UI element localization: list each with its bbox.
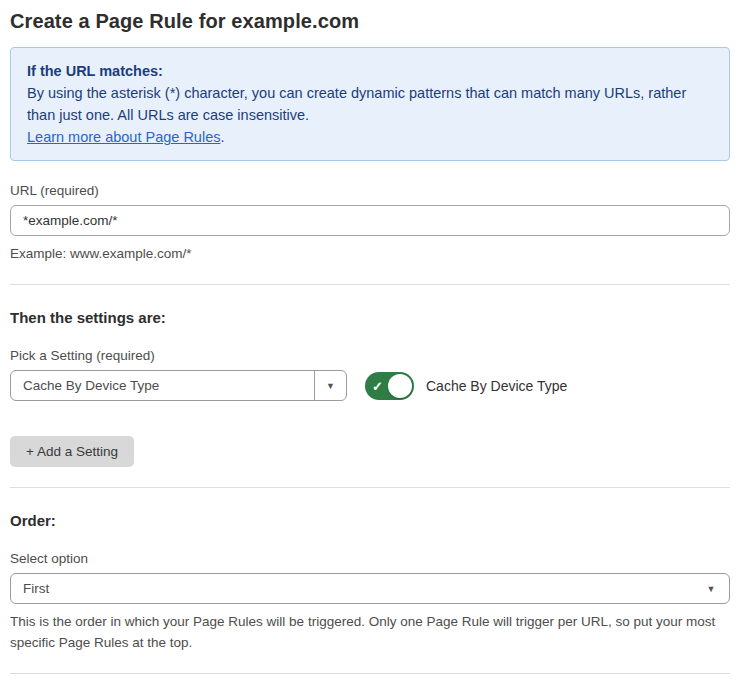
select-option-label: Select option [10,551,730,566]
url-match-info-box: If the URL matches: By using the asteris… [10,47,730,161]
pick-setting-label: Pick a Setting (required) [10,348,730,363]
setting-row: Cache By Device Type ▼ ✓ Cache By Device… [10,370,730,401]
setting-select[interactable]: Cache By Device Type ▼ [10,370,347,401]
order-helper-text: This is the order in which your Page Rul… [10,611,730,653]
toggle-knob [388,374,412,398]
settings-section-heading: Then the settings are: [10,309,730,326]
learn-more-link[interactable]: Learn more about Page Rules [27,129,220,145]
add-setting-button[interactable]: + Add a Setting [10,436,134,467]
info-box-body: By using the asterisk (*) character, you… [27,82,713,126]
toggle-label: Cache By Device Type [426,378,567,394]
divider [10,673,730,674]
page-title: Create a Page Rule for example.com [10,10,730,33]
info-box-link-line: Learn more about Page Rules. [27,126,713,148]
url-example-helper: Example: www.example.com/* [10,243,730,264]
url-input[interactable] [10,205,730,236]
divider [10,284,730,285]
setting-select-value: Cache By Device Type [11,378,314,393]
chevron-down-icon: ▼ [693,584,729,594]
order-select[interactable]: First ▼ [10,573,730,604]
check-icon: ✓ [372,379,383,392]
chevron-down-icon: ▼ [315,381,346,391]
divider [10,487,730,488]
info-box-heading: If the URL matches: [27,60,713,82]
url-label: URL (required) [10,183,730,198]
link-suffix: . [220,129,224,145]
order-section-heading: Order: [10,512,730,529]
create-page-rule-form: Create a Page Rule for example.com If th… [0,0,750,688]
order-select-value: First [11,581,693,596]
cache-by-device-type-toggle[interactable]: ✓ [365,372,414,400]
